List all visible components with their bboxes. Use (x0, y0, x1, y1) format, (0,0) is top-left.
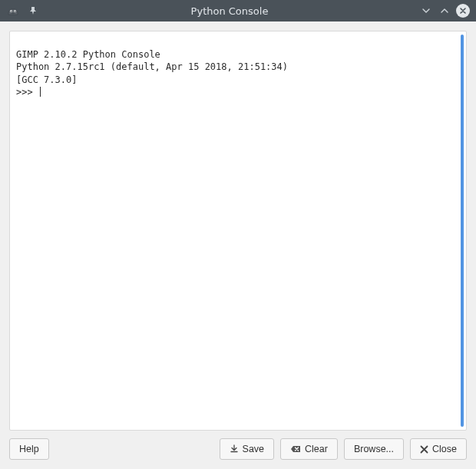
button-label: Help (19, 444, 39, 454)
clear-icon (290, 444, 301, 454)
console-output[interactable]: GIMP 2.10.2 Python Console Python 2.7.15… (9, 31, 467, 431)
save-icon (230, 444, 239, 454)
svg-point-3 (15, 11, 15, 12)
maximize-button[interactable] (438, 4, 451, 18)
console-text: GIMP 2.10.2 Python Console Python 2.7.15… (10, 31, 466, 103)
svg-point-2 (11, 11, 12, 12)
clear-button[interactable]: Clear (280, 438, 338, 460)
titlebar-left (6, 4, 40, 18)
titlebar: Python Console (0, 0, 476, 21)
help-button[interactable]: Help (9, 438, 49, 460)
close-button[interactable]: Close (410, 438, 467, 460)
button-label: Close (432, 444, 457, 454)
text-cursor (40, 87, 41, 97)
window-title: Python Console (40, 5, 419, 17)
console-prompt: >>> (16, 86, 38, 98)
console-line: Python 2.7.15rc1 (default, Apr 15 2018, … (16, 61, 288, 72)
browse-button[interactable]: Browse... (344, 438, 404, 460)
pin-icon[interactable] (26, 4, 40, 18)
window-controls (419, 4, 470, 18)
scrollbar[interactable] (461, 35, 464, 427)
save-button[interactable]: Save (220, 438, 275, 460)
app-icon (6, 5, 20, 17)
button-label: Browse... (354, 444, 394, 454)
button-label: Save (243, 444, 265, 454)
app-body: GIMP 2.10.2 Python Console Python 2.7.15… (0, 21, 476, 431)
console-line: [GCC 7.3.0] (16, 74, 77, 85)
close-window-button[interactable] (456, 4, 470, 18)
button-row: Help Save Clear Browse... Close (0, 431, 476, 469)
console-line: GIMP 2.10.2 Python Console (16, 49, 160, 60)
button-label: Clear (305, 444, 328, 454)
close-icon (420, 445, 428, 454)
minimize-button[interactable] (419, 4, 433, 18)
